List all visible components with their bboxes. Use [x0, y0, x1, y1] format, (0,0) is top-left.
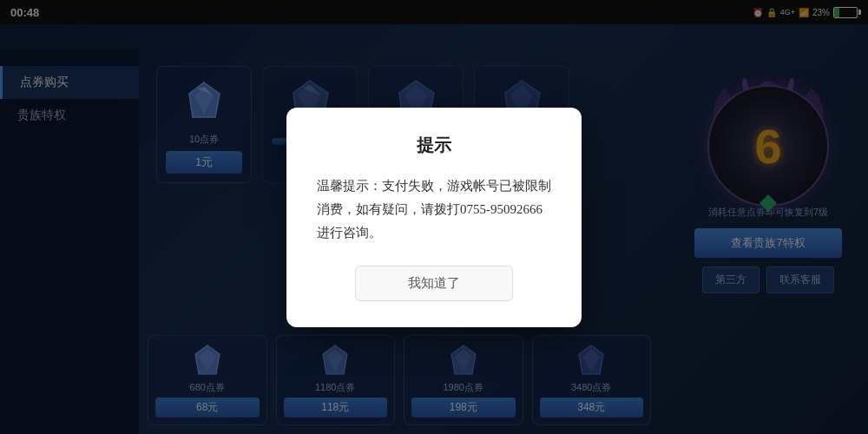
- modal-confirm-btn[interactable]: 我知道了: [355, 266, 513, 301]
- modal-title: 提示: [417, 134, 451, 157]
- modal-overlay: 提示 温馨提示：支付失败，游戏帐号已被限制消费，如有疑问，请拨打0755-950…: [0, 0, 868, 434]
- modal-body: 温馨提示：支付失败，游戏帐号已被限制消费，如有疑问，请拨打0755-950926…: [317, 174, 551, 245]
- modal-dialog: 提示 温馨提示：支付失败，游戏帐号已被限制消费，如有疑问，请拨打0755-950…: [286, 108, 582, 327]
